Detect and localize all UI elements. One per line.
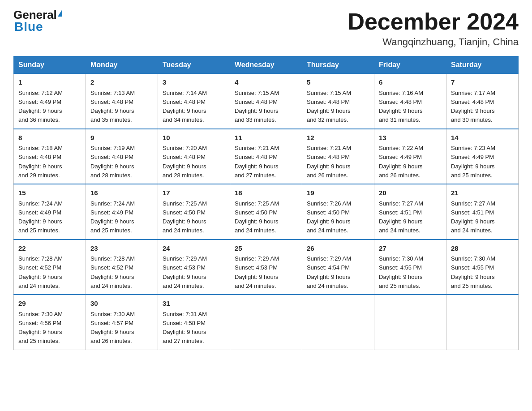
calendar-day-cell: 15 Sunrise: 7:24 AMSunset: 4:49 PMDaylig… <box>14 184 86 240</box>
logo-triangle-icon <box>58 9 62 17</box>
day-number: 7 <box>451 77 514 88</box>
day-info: Sunrise: 7:16 AMSunset: 4:48 PMDaylight:… <box>379 90 423 124</box>
calendar-day-cell: 26 Sunrise: 7:29 AMSunset: 4:54 PMDaylig… <box>302 240 374 295</box>
calendar-day-cell: 16 Sunrise: 7:24 AMSunset: 4:49 PMDaylig… <box>86 184 158 240</box>
header-tuesday: Tuesday <box>158 56 230 74</box>
day-info: Sunrise: 7:28 AMSunset: 4:52 PMDaylight:… <box>18 255 63 289</box>
day-info: Sunrise: 7:27 AMSunset: 4:51 PMDaylight:… <box>379 200 423 234</box>
calendar-day-cell: 7 Sunrise: 7:17 AMSunset: 4:48 PMDayligh… <box>446 74 519 129</box>
header-monday: Monday <box>86 56 158 74</box>
day-number: 5 <box>307 77 369 88</box>
calendar-day-cell: 30 Sunrise: 7:30 AMSunset: 4:57 PMDaylig… <box>86 295 158 350</box>
day-number: 11 <box>235 133 297 143</box>
header-wednesday: Wednesday <box>230 56 302 74</box>
calendar-day-cell <box>230 295 302 350</box>
calendar-week-row: 1 Sunrise: 7:12 AMSunset: 4:49 PMDayligh… <box>14 74 519 129</box>
day-info: Sunrise: 7:18 AMSunset: 4:48 PMDaylight:… <box>18 145 63 179</box>
calendar-day-cell: 24 Sunrise: 7:29 AMSunset: 4:53 PMDaylig… <box>158 240 230 295</box>
calendar-day-cell: 11 Sunrise: 7:21 AMSunset: 4:48 PMDaylig… <box>230 129 302 184</box>
day-info: Sunrise: 7:29 AMSunset: 4:53 PMDaylight:… <box>163 255 207 289</box>
day-info: Sunrise: 7:30 AMSunset: 4:55 PMDaylight:… <box>379 255 423 289</box>
calendar-day-cell: 27 Sunrise: 7:30 AMSunset: 4:55 PMDaylig… <box>374 240 446 295</box>
calendar-day-cell: 18 Sunrise: 7:25 AMSunset: 4:50 PMDaylig… <box>230 184 302 240</box>
day-number: 18 <box>235 188 297 198</box>
day-info: Sunrise: 7:19 AMSunset: 4:48 PMDaylight:… <box>90 145 135 179</box>
calendar-day-cell: 28 Sunrise: 7:30 AMSunset: 4:55 PMDaylig… <box>446 240 519 295</box>
calendar-day-cell: 3 Sunrise: 7:14 AMSunset: 4:48 PMDayligh… <box>158 74 230 129</box>
calendar-day-cell: 22 Sunrise: 7:28 AMSunset: 4:52 PMDaylig… <box>14 240 86 295</box>
calendar-day-cell: 8 Sunrise: 7:18 AMSunset: 4:48 PMDayligh… <box>14 129 86 184</box>
calendar-day-cell: 14 Sunrise: 7:23 AMSunset: 4:49 PMDaylig… <box>446 129 519 184</box>
calendar-week-row: 8 Sunrise: 7:18 AMSunset: 4:48 PMDayligh… <box>14 129 519 184</box>
calendar-week-row: 22 Sunrise: 7:28 AMSunset: 4:52 PMDaylig… <box>14 240 519 295</box>
day-number: 12 <box>307 133 369 143</box>
day-number: 25 <box>235 244 297 254</box>
day-info: Sunrise: 7:28 AMSunset: 4:52 PMDaylight:… <box>90 255 135 289</box>
header-thursday: Thursday <box>302 56 374 74</box>
day-info: Sunrise: 7:14 AMSunset: 4:48 PMDaylight:… <box>163 90 207 124</box>
day-number: 6 <box>379 77 442 88</box>
day-number: 3 <box>163 77 225 88</box>
calendar-day-cell: 13 Sunrise: 7:22 AMSunset: 4:49 PMDaylig… <box>374 129 446 184</box>
weekday-header-row: Sunday Monday Tuesday Wednesday Thursday… <box>14 56 519 74</box>
day-number: 4 <box>235 77 297 88</box>
header-saturday: Saturday <box>446 56 519 74</box>
day-info: Sunrise: 7:21 AMSunset: 4:48 PMDaylight:… <box>235 145 279 179</box>
calendar-day-cell: 23 Sunrise: 7:28 AMSunset: 4:52 PMDaylig… <box>86 240 158 295</box>
calendar-day-cell: 21 Sunrise: 7:27 AMSunset: 4:51 PMDaylig… <box>446 184 519 240</box>
day-info: Sunrise: 7:25 AMSunset: 4:50 PMDaylight:… <box>163 200 207 234</box>
day-number: 29 <box>18 299 81 309</box>
calendar-day-cell: 29 Sunrise: 7:30 AMSunset: 4:56 PMDaylig… <box>14 295 86 350</box>
calendar-week-row: 29 Sunrise: 7:30 AMSunset: 4:56 PMDaylig… <box>14 295 519 350</box>
location-title: Wangqinzhuang, Tianjin, China <box>348 36 519 48</box>
day-info: Sunrise: 7:24 AMSunset: 4:49 PMDaylight:… <box>90 200 135 234</box>
calendar-day-cell: 10 Sunrise: 7:20 AMSunset: 4:48 PMDaylig… <box>158 129 230 184</box>
calendar-day-cell: 1 Sunrise: 7:12 AMSunset: 4:49 PMDayligh… <box>14 74 86 129</box>
day-info: Sunrise: 7:23 AMSunset: 4:49 PMDaylight:… <box>451 145 495 179</box>
header: General Blue December 2024 Wangqinzhuang… <box>13 9 519 48</box>
day-number: 17 <box>163 188 225 198</box>
day-info: Sunrise: 7:21 AMSunset: 4:48 PMDaylight:… <box>307 145 351 179</box>
day-info: Sunrise: 7:15 AMSunset: 4:48 PMDaylight:… <box>307 90 351 124</box>
day-info: Sunrise: 7:27 AMSunset: 4:51 PMDaylight:… <box>451 200 495 234</box>
logo-blue-text: Blue <box>14 20 43 34</box>
day-number: 27 <box>379 244 442 254</box>
day-number: 8 <box>18 133 81 143</box>
calendar-day-cell: 5 Sunrise: 7:15 AMSunset: 4:48 PMDayligh… <box>302 74 374 129</box>
day-info: Sunrise: 7:29 AMSunset: 4:53 PMDaylight:… <box>235 255 279 289</box>
day-number: 23 <box>90 244 153 254</box>
day-info: Sunrise: 7:29 AMSunset: 4:54 PMDaylight:… <box>307 255 351 289</box>
day-info: Sunrise: 7:25 AMSunset: 4:50 PMDaylight:… <box>235 200 279 234</box>
calendar-day-cell: 2 Sunrise: 7:13 AMSunset: 4:48 PMDayligh… <box>86 74 158 129</box>
day-info: Sunrise: 7:30 AMSunset: 4:57 PMDaylight:… <box>90 311 135 345</box>
calendar-day-cell: 9 Sunrise: 7:19 AMSunset: 4:48 PMDayligh… <box>86 129 158 184</box>
day-info: Sunrise: 7:20 AMSunset: 4:48 PMDaylight:… <box>163 145 207 179</box>
month-title: December 2024 <box>348 9 519 34</box>
calendar-day-cell <box>446 295 519 350</box>
day-number: 21 <box>451 188 514 198</box>
calendar-day-cell: 12 Sunrise: 7:21 AMSunset: 4:48 PMDaylig… <box>302 129 374 184</box>
title-area: December 2024 Wangqinzhuang, Tianjin, Ch… <box>348 9 519 48</box>
day-number: 15 <box>18 188 81 198</box>
day-info: Sunrise: 7:22 AMSunset: 4:49 PMDaylight:… <box>379 145 423 179</box>
day-number: 30 <box>90 299 153 309</box>
calendar-day-cell: 17 Sunrise: 7:25 AMSunset: 4:50 PMDaylig… <box>158 184 230 240</box>
day-number: 2 <box>90 77 153 88</box>
day-number: 19 <box>307 188 369 198</box>
day-info: Sunrise: 7:24 AMSunset: 4:49 PMDaylight:… <box>18 200 63 234</box>
day-number: 14 <box>451 133 514 143</box>
day-number: 13 <box>379 133 442 143</box>
day-number: 28 <box>451 244 514 254</box>
day-number: 31 <box>163 299 225 309</box>
day-info: Sunrise: 7:15 AMSunset: 4:48 PMDaylight:… <box>235 90 279 124</box>
header-sunday: Sunday <box>14 56 86 74</box>
calendar-week-row: 15 Sunrise: 7:24 AMSunset: 4:49 PMDaylig… <box>14 184 519 240</box>
day-info: Sunrise: 7:12 AMSunset: 4:49 PMDaylight:… <box>18 90 63 124</box>
day-number: 1 <box>18 77 81 88</box>
day-info: Sunrise: 7:30 AMSunset: 4:56 PMDaylight:… <box>18 311 63 345</box>
calendar-day-cell: 6 Sunrise: 7:16 AMSunset: 4:48 PMDayligh… <box>374 74 446 129</box>
day-number: 9 <box>90 133 153 143</box>
day-number: 10 <box>163 133 225 143</box>
header-friday: Friday <box>374 56 446 74</box>
calendar-day-cell: 25 Sunrise: 7:29 AMSunset: 4:53 PMDaylig… <box>230 240 302 295</box>
